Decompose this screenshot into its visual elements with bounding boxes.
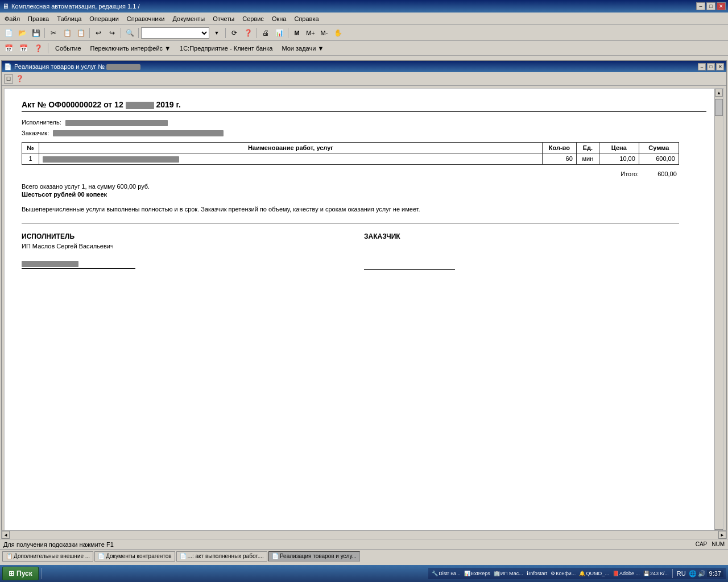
num-indicator: NUM: [712, 541, 725, 547]
tb-help-btn[interactable]: ❓: [32, 43, 44, 54]
tray-config[interactable]: ⚙ Конфи...: [549, 571, 577, 576]
tray-adobe[interactable]: 📕 Adobe ...: [611, 571, 641, 576]
title-bar: 🖥 Комплексная автоматизация, редакция 1.…: [0, 0, 728, 13]
tb-combo-go[interactable]: ▼: [210, 27, 223, 39]
task-item-2[interactable]: 📄 Документы контрагентов: [94, 551, 175, 562]
tb-calendar1[interactable]: 📅: [2, 43, 15, 54]
tb-switch-interface[interactable]: Переключить интерфейс ▼: [87, 44, 174, 53]
services-table: № Наименование работ, услуг Кол-во Ед. Ц…: [22, 142, 679, 165]
scrollbar[interactable]: ▲ ▼: [714, 89, 723, 537]
tb-calendar2[interactable]: 📅: [17, 43, 30, 54]
maximize-button[interactable]: □: [706, 2, 715, 10]
task-label-2: Документы контрагентов: [106, 553, 171, 559]
tb-chart[interactable]: 📊: [273, 27, 286, 39]
tray-mem[interactable]: 💾 243 К/...: [642, 571, 670, 576]
customer-sig-underline: [364, 262, 455, 270]
tb-search[interactable]: 🔍: [123, 27, 136, 39]
menu-bar: Файл Правка Таблица Операции Справочники…: [0, 13, 728, 25]
tb-refresh[interactable]: ⟳: [228, 27, 241, 39]
cell-qty: 60: [542, 153, 576, 165]
close-button[interactable]: ✕: [717, 2, 726, 10]
col-qty: Кол-во: [542, 143, 576, 153]
task-label-3: ...: акт выполненных работ....: [188, 553, 264, 559]
sub-minimize-button[interactable]: –: [698, 63, 706, 70]
tb-M[interactable]: M: [291, 27, 303, 39]
tb-info[interactable]: ❓: [242, 27, 254, 39]
start-button[interactable]: ⊞ Пуск: [2, 567, 39, 580]
executor-label: Исполнитель:: [22, 119, 61, 126]
toolbar-combo[interactable]: [141, 27, 209, 39]
menu-documents[interactable]: Документы: [169, 14, 208, 23]
tray-distr-icon: 🔧: [432, 571, 438, 576]
tray-extreps[interactable]: 📊 ExtReps: [463, 571, 491, 576]
tray-qumo[interactable]: 🔔 QUMO_...: [578, 571, 610, 576]
menu-windows[interactable]: Окна: [268, 14, 290, 23]
tb-print[interactable]: 🖨: [259, 27, 272, 39]
sep6: [257, 28, 257, 38]
executor-field: Исполнитель:: [22, 119, 706, 126]
signatures: ИСПОЛНИТЕЛЬ ИП Маслов Сергей Васильевич …: [22, 232, 706, 270]
doc-tb-checkbox[interactable]: ☐: [4, 74, 13, 84]
tb-hand[interactable]: ✋: [332, 27, 344, 39]
scroll-right-button[interactable]: ►: [718, 531, 726, 539]
title-bar-buttons: – □ ✕: [696, 2, 726, 10]
sub-close-button[interactable]: ✕: [716, 63, 724, 70]
total-label: Итого:: [621, 171, 639, 177]
sep5: [225, 28, 226, 38]
tb-1c-bank[interactable]: 1С:Предприятие - Клиент банка: [176, 44, 276, 53]
tray-infostart[interactable]: ℹ Infostart: [526, 571, 549, 576]
tray-ipmas[interactable]: 🏢 ИП Мас...: [493, 571, 524, 576]
tb-copy[interactable]: 📋: [61, 27, 73, 39]
sum-text-1: Всего оказано услуг 1, на сумму 600,00 р…: [22, 183, 706, 190]
menu-table[interactable]: Таблица: [53, 14, 85, 23]
minimize-button[interactable]: –: [696, 2, 705, 10]
tb-my-tasks[interactable]: Мои задачи ▼: [278, 44, 327, 53]
sub-restore-button[interactable]: □: [707, 63, 715, 70]
tray-lang[interactable]: RU: [675, 570, 688, 577]
tray-infostart-icon: ℹ: [527, 571, 528, 576]
tb-new[interactable]: 📄: [2, 27, 15, 39]
sep7: [288, 28, 288, 38]
executor-value: [65, 120, 168, 126]
menu-help[interactable]: Справка: [291, 14, 322, 23]
menu-reports[interactable]: Отчеты: [209, 14, 238, 23]
menu-operations[interactable]: Операции: [86, 14, 122, 23]
menu-edit[interactable]: Правка: [24, 14, 52, 23]
task-item-4[interactable]: 📄 Реализация товаров и услу...: [268, 551, 360, 562]
tray-infostart-label: Infostart: [529, 571, 548, 576]
tb-Mplus[interactable]: M+: [304, 27, 317, 39]
task-item-1[interactable]: 📋 Дополнительные внешние ...: [2, 551, 93, 562]
tb-event[interactable]: Событие: [52, 44, 85, 53]
task-label-4: Реализация товаров и услу...: [280, 553, 357, 559]
executor-sig-name: ИП Маслов Сергей Васильевич: [22, 243, 364, 250]
cell-sum: 600,00: [639, 153, 679, 165]
tb-save[interactable]: 💾: [30, 27, 42, 39]
volume-icon[interactable]: 🔊: [698, 570, 706, 577]
scroll-up-button[interactable]: ▲: [715, 89, 723, 97]
tray-distr[interactable]: 🔧 Distr на...: [431, 571, 461, 576]
tray-ipmas-icon: 🏢: [494, 571, 500, 576]
doc-tb-help[interactable]: ❓: [15, 74, 25, 84]
customer-field: Заказчик:: [22, 130, 706, 137]
menu-service[interactable]: Сервис: [239, 14, 267, 23]
menu-file[interactable]: Файл: [1, 14, 23, 23]
total-value: 600,00: [657, 171, 677, 177]
doc-content[interactable]: ▲ ▼ Акт № ОФ000000022 от 12 2019 г. Испо…: [4, 88, 724, 538]
tray-adobe-icon: 📕: [613, 571, 619, 576]
scroll-left-button[interactable]: ◄: [2, 531, 10, 539]
customer-sig-title: ЗАКАЗЧИК: [364, 232, 706, 240]
tray-qumo-icon: 🔔: [579, 571, 585, 576]
tb-cut[interactable]: ✂: [47, 27, 60, 39]
tb-undo[interactable]: ↩: [92, 27, 105, 39]
tb-Mminus[interactable]: M-: [318, 27, 330, 39]
scroll-thumb[interactable]: [715, 99, 723, 116]
customer-label: Заказчик:: [22, 130, 49, 136]
tb-open[interactable]: 📂: [16, 27, 28, 39]
title-bar-text: Комплексная автоматизация, редакция 1.1 …: [11, 3, 139, 10]
task-item-3[interactable]: 📄 ...: акт выполненных работ....: [176, 551, 267, 562]
menu-references[interactable]: Справочники: [123, 14, 168, 23]
horizontal-scrollbar[interactable]: ◄ ►: [1, 530, 727, 539]
clock: 9:37: [707, 570, 723, 577]
tb-redo[interactable]: ↪: [106, 27, 118, 39]
tb-paste[interactable]: 📋: [75, 27, 87, 39]
